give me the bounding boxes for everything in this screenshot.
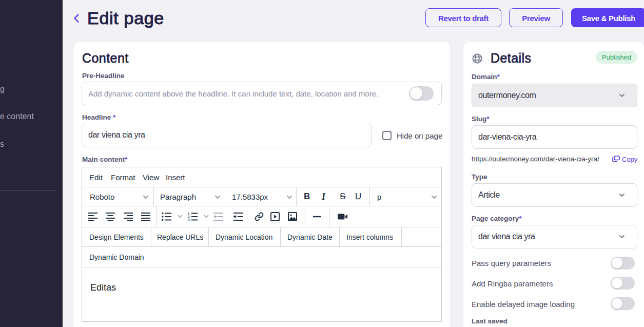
svg-text:3: 3 <box>188 218 190 221</box>
